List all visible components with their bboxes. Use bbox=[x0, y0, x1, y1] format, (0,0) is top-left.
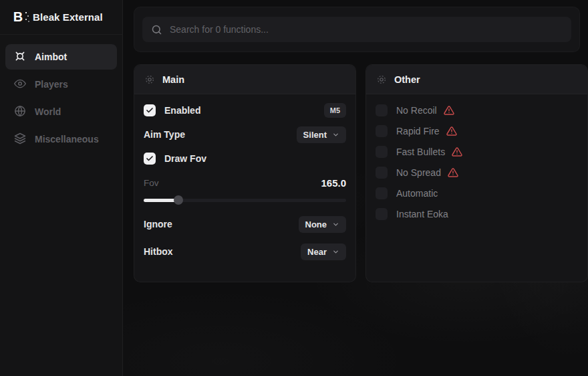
feature-checkbox[interactable] bbox=[376, 208, 388, 220]
feature-label: Automatic bbox=[396, 188, 438, 199]
draw-fov-checkbox[interactable] bbox=[144, 153, 156, 165]
sidebar-header: B Bleak External bbox=[0, 0, 122, 35]
draw-fov-row: Draw Fov bbox=[144, 150, 346, 167]
ignore-value: None bbox=[305, 219, 327, 229]
chevron-down-icon bbox=[332, 248, 339, 256]
feature-label: No Recoil bbox=[396, 105, 437, 116]
other-feature-row: Fast Bullets bbox=[376, 143, 578, 161]
other-feature-row: No Spread bbox=[376, 164, 578, 181]
other-feature-row: Rapid Fire bbox=[376, 122, 578, 140]
feature-label: Instant Eoka bbox=[396, 209, 448, 219]
aim-type-dropdown[interactable]: Silent bbox=[297, 126, 346, 143]
sidebar-item-world[interactable]: World bbox=[5, 99, 117, 124]
hitbox-value: Near bbox=[307, 247, 327, 257]
layers-icon bbox=[14, 132, 26, 147]
fov-slider-thumb[interactable] bbox=[174, 195, 183, 205]
aim-type-label: Aim Type bbox=[144, 129, 185, 140]
fov-value: 165.0 bbox=[321, 177, 346, 189]
panel-other-body: No Recoil Rapid Fire Fast Bullets bbox=[366, 94, 587, 233]
feature-label: Rapid Fire bbox=[396, 126, 440, 136]
warning-triangle-icon bbox=[444, 105, 454, 116]
sidebar-nav: Aimbot Players World bbox=[0, 35, 122, 152]
gear-icon bbox=[144, 74, 155, 85]
fov-row: Fov 165.0 bbox=[144, 174, 346, 191]
panel-other-title: Other bbox=[394, 74, 420, 85]
ignore-dropdown[interactable]: None bbox=[299, 216, 347, 233]
ignore-row: Ignore None bbox=[144, 215, 346, 233]
gear-icon bbox=[376, 74, 387, 85]
panel-other-header: Other bbox=[366, 65, 587, 94]
aim-type-value: Silent bbox=[303, 130, 327, 140]
crosshair-icon bbox=[14, 50, 26, 64]
app-title: Bleak External bbox=[33, 11, 103, 23]
sidebar-item-aimbot[interactable]: Aimbot bbox=[5, 44, 117, 70]
hitbox-row: Hitbox Near bbox=[144, 243, 346, 260]
feature-checkbox[interactable] bbox=[376, 146, 388, 158]
fov-label: Fov bbox=[144, 178, 159, 188]
other-feature-row: No Recoil bbox=[376, 102, 578, 119]
feature-checkbox[interactable] bbox=[376, 187, 388, 199]
other-feature-row: Automatic bbox=[376, 185, 578, 202]
feature-checkbox[interactable] bbox=[376, 104, 388, 116]
panel-main-body: Enabled M5 Aim Type Silent Draw Fov Fov … bbox=[134, 94, 355, 268]
app-logo-icon: B bbox=[11, 10, 25, 25]
enabled-keybind-button[interactable]: M5 bbox=[324, 103, 346, 118]
panel-main-title: Main bbox=[162, 74, 184, 85]
sidebar-item-label: Miscellaneous bbox=[35, 134, 99, 145]
hitbox-dropdown[interactable]: Near bbox=[301, 244, 346, 260]
enabled-checkbox[interactable] bbox=[144, 104, 156, 116]
panel-other: Other No Recoil Rapid Fire Fas bbox=[365, 64, 588, 282]
sidebar-item-players[interactable]: Players bbox=[5, 72, 117, 97]
fov-slider-fill bbox=[144, 199, 178, 202]
eye-icon bbox=[14, 78, 26, 92]
chevron-down-icon bbox=[332, 221, 339, 228]
aim-type-row: Aim Type Silent bbox=[144, 126, 346, 143]
draw-fov-label: Draw Fov bbox=[164, 153, 206, 164]
globe-icon bbox=[14, 105, 26, 119]
sidebar: B Bleak External Aimbot Players bbox=[0, 0, 123, 376]
search-icon bbox=[151, 24, 162, 35]
other-feature-row: Instant Eoka bbox=[376, 205, 578, 223]
panel-main: Main Enabled M5 Aim Type Silent Draw Fov bbox=[134, 64, 356, 282]
sidebar-item-label: Players bbox=[35, 79, 68, 90]
ignore-label: Ignore bbox=[144, 219, 172, 229]
sidebar-item-miscellaneous[interactable]: Miscellaneous bbox=[5, 126, 117, 152]
sidebar-item-label: World bbox=[35, 106, 61, 117]
search-placeholder: Search for 0 functions... bbox=[170, 24, 269, 35]
warning-triangle-icon bbox=[448, 167, 458, 178]
enabled-label: Enabled bbox=[164, 105, 200, 116]
enabled-row: Enabled M5 bbox=[144, 102, 346, 119]
fov-slider[interactable] bbox=[144, 195, 346, 205]
search-section: Search for 0 functions... bbox=[134, 7, 580, 52]
feature-checkbox[interactable] bbox=[376, 167, 388, 179]
warning-triangle-icon bbox=[452, 147, 462, 157]
hitbox-label: Hitbox bbox=[144, 246, 173, 257]
warning-triangle-icon bbox=[446, 126, 457, 136]
feature-label: No Spread bbox=[396, 167, 441, 178]
chevron-down-icon bbox=[332, 131, 339, 138]
sidebar-item-label: Aimbot bbox=[35, 52, 67, 62]
feature-checkbox[interactable] bbox=[376, 125, 388, 137]
feature-label: Fast Bullets bbox=[396, 147, 445, 157]
panel-main-header: Main bbox=[134, 65, 355, 94]
search-input[interactable]: Search for 0 functions... bbox=[142, 17, 571, 42]
